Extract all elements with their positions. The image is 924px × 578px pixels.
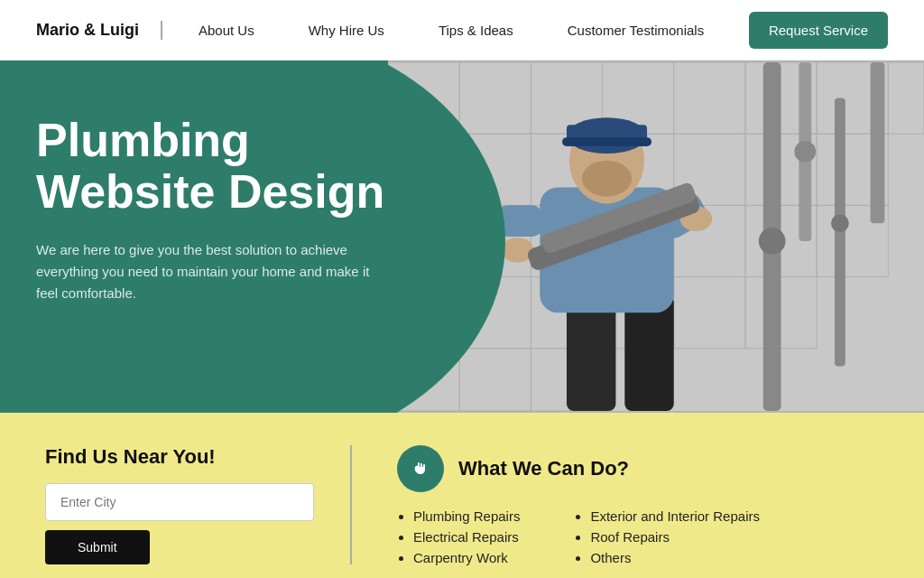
site-logo: Mario & Luigi [36, 21, 162, 40]
request-service-button[interactable]: Request Service [749, 12, 888, 49]
submit-button[interactable]: Submit [45, 530, 150, 564]
services-col-1: Plumbing Repairs Electrical Repairs Carp… [397, 508, 520, 571]
what-we-can-panel: What We Can Do? Plumbing Repairs Electri… [352, 445, 879, 571]
service-item-2: Electrical Repairs [413, 529, 520, 545]
services-list: Plumbing Repairs Electrical Repairs Carp… [397, 508, 879, 571]
hero-content: Plumbing Website Design We are here to g… [36, 115, 424, 304]
nav-about-us[interactable]: About Us [199, 23, 254, 38]
service-item-1: Plumbing Repairs [413, 508, 520, 524]
find-us-title: Find Us Near You! [45, 445, 314, 469]
find-us-panel: Find Us Near You! Submit [45, 445, 352, 564]
svg-point-36 [759, 228, 786, 255]
svg-point-50 [582, 161, 632, 197]
svg-point-37 [794, 141, 816, 163]
hero-section: Plumbing Website Design We are here to g… [0, 61, 924, 413]
hero-subtitle: We are here to give you the best solutio… [36, 239, 388, 304]
services-col-2: Exterior and Interior Repairs Roof Repai… [574, 508, 760, 571]
svg-rect-35 [871, 62, 885, 223]
service-item-3: Carpentry Work [413, 550, 520, 565]
what-we-can-title: What We Can Do? [458, 457, 629, 480]
services-section: Find Us Near You! Submit What We Can Do?… [0, 413, 924, 578]
nav-links: About Us Why Hire Us Tips & Ideas Custom… [199, 23, 749, 38]
city-input[interactable] [45, 483, 314, 521]
what-we-can-header: What We Can Do? [397, 445, 879, 492]
service-item-4: Exterior and Interior Repairs [590, 508, 760, 524]
hero-title: Plumbing Website Design [36, 115, 424, 218]
service-item-6: Others [590, 550, 760, 565]
service-item-5: Roof Repairs [590, 529, 760, 545]
svg-point-38 [831, 214, 849, 232]
svg-rect-49 [562, 137, 651, 146]
nav-customer-testimonials[interactable]: Customer Testimonials [568, 23, 704, 38]
nav-tips-ideas[interactable]: Tips & Ideas [439, 23, 513, 38]
nav-why-hire-us[interactable]: Why Hire Us [309, 23, 384, 38]
services-icon [397, 445, 444, 492]
navbar: Mario & Luigi About Us Why Hire Us Tips … [0, 0, 924, 61]
